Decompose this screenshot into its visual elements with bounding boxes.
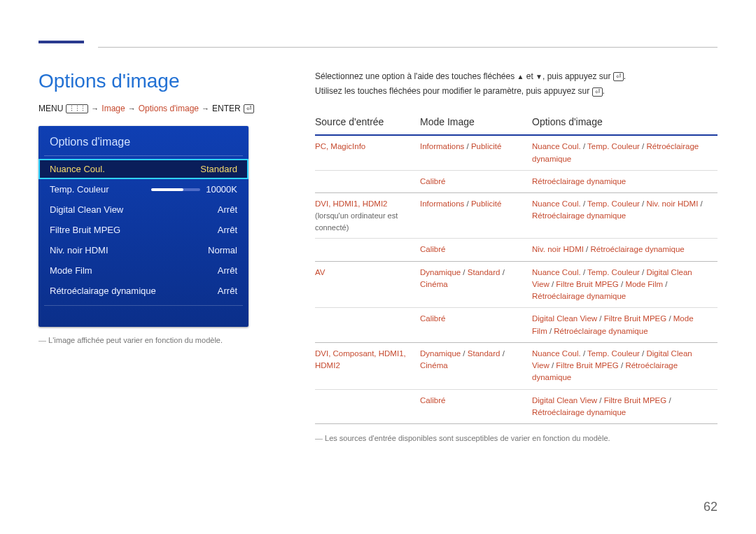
cell-mode: Calibré <box>420 389 532 424</box>
osd-panel: Options d'image Nuance Coul.StandardTemp… <box>38 126 248 327</box>
instruction-line-1: Sélectionnez une option à l'aide des tou… <box>315 70 718 83</box>
cell-source: PC, MagicInfo <box>315 135 420 170</box>
up-arrow-icon <box>517 71 524 81</box>
table-row: PC, MagicInfoInformations / PublicitéNua… <box>315 135 718 170</box>
cell-mode: Dynamique / Standard / Cinéma <box>420 342 532 389</box>
arrow-icon: → <box>91 104 99 113</box>
cell-options: Niv. noir HDMI / Rétroéclairage dynamiqu… <box>532 239 718 261</box>
breadcrumb-image: Image <box>102 104 125 113</box>
cell-source <box>315 389 420 424</box>
osd-row-label: Rétroéclairage dynamique <box>50 286 156 296</box>
cell-options: Rétroéclairage dynamique <box>532 170 718 192</box>
osd-divider <box>44 305 243 306</box>
breadcrumb-enter-label: ENTER <box>212 104 241 113</box>
cell-options: Nuance Coul. / Temp. Couleur / Digital C… <box>532 342 718 389</box>
table-row: CalibréDigital Clean View / Filtre Bruit… <box>315 308 718 343</box>
arrow-icon: → <box>128 104 136 113</box>
table-row: AVDynamique / Standard / CinémaNuance Co… <box>315 261 718 308</box>
osd-row-label: Niv. noir HDMI <box>50 245 108 255</box>
enter-icon <box>613 72 624 81</box>
osd-divider <box>44 155 243 156</box>
cell-mode: Informations / Publicité <box>420 193 532 239</box>
osd-row[interactable]: Niv. noir HDMINormal <box>38 240 248 260</box>
enter-icon <box>244 104 254 113</box>
osd-row[interactable]: Filtre Bruit MPEGArrêt <box>38 220 248 240</box>
cell-source <box>315 308 420 343</box>
menu-icon <box>66 104 88 113</box>
table-row: CalibréNiv. noir HDMI / Rétroéclairage d… <box>315 239 718 261</box>
header-mode: Mode Image <box>420 111 532 135</box>
cell-mode: Calibré <box>420 170 532 192</box>
osd-row-value: Arrêt <box>218 204 237 215</box>
osd-row-value: 10000K <box>206 184 237 195</box>
osd-note: L'image affichée peut varier en fonction… <box>38 336 223 344</box>
cell-options: Nuance Coul. / Temp. Couleur / Niv. noir… <box>532 193 718 239</box>
osd-row[interactable]: Nuance Coul.Standard <box>38 159 248 179</box>
osd-row-value: Arrêt <box>218 286 237 296</box>
cell-source <box>315 170 420 192</box>
instruction-line-2: Utilisez les touches fléchées pour modif… <box>315 85 718 98</box>
osd-row-value: Normal <box>208 245 237 255</box>
breadcrumb-options: Options d'image <box>139 104 199 113</box>
table-row: CalibréRétroéclairage dynamique <box>315 170 718 192</box>
page-number: 62 <box>704 500 718 514</box>
accent-bar <box>38 41 84 43</box>
table-row: DVI, HDMI1, HDMI2(lorsqu'un ordinateur e… <box>315 193 718 239</box>
options-table: Source d'entrée Mode Image Options d'ima… <box>315 111 718 424</box>
cell-source: AV <box>315 261 420 308</box>
cell-options: Digital Clean View / Filtre Bruit MPEG /… <box>532 308 718 343</box>
osd-row-label: Nuance Coul. <box>50 164 105 174</box>
down-arrow-icon <box>536 71 542 81</box>
osd-row-label: Digital Clean View <box>50 204 123 215</box>
osd-row[interactable]: Temp. Couleur10000K <box>38 179 248 199</box>
osd-row[interactable]: Rétroéclairage dynamiqueArrêt <box>38 281 248 301</box>
breadcrumb-menu-label: MENU <box>38 104 63 113</box>
top-divider <box>98 47 718 48</box>
cell-mode: Informations / Publicité <box>420 135 532 170</box>
cell-options: Nuance Coul. / Temp. Couleur / Rétroécla… <box>532 135 718 170</box>
arrow-icon: → <box>202 104 209 113</box>
header-source: Source d'entrée <box>315 111 420 135</box>
cell-options: Digital Clean View / Filtre Bruit MPEG /… <box>532 389 718 424</box>
cell-mode: Dynamique / Standard / Cinéma <box>420 261 532 308</box>
osd-row-value: Arrêt <box>218 225 237 235</box>
breadcrumb: MENU → Image → Options d'image → ENTER <box>38 104 254 113</box>
table-row: DVI, Composant, HDMI1, HDMI2Dynamique / … <box>315 342 718 389</box>
osd-row-label: Temp. Couleur <box>50 184 109 195</box>
osd-row-value: Arrêt <box>218 265 237 276</box>
cell-source: DVI, Composant, HDMI1, HDMI2 <box>315 342 420 389</box>
osd-title: Options d'image <box>38 126 248 155</box>
cell-mode: Calibré <box>420 308 532 343</box>
osd-slider[interactable] <box>151 188 200 191</box>
table-footnote: Les sources d'entrée disponibles sont su… <box>315 434 718 442</box>
osd-row-label: Filtre Bruit MPEG <box>50 225 120 235</box>
osd-row-label: Mode Film <box>50 265 92 276</box>
osd-row[interactable]: Mode FilmArrêt <box>38 260 248 281</box>
page-title: Options d'image <box>38 70 179 92</box>
enter-icon <box>592 87 603 97</box>
header-options: Options d'image <box>532 111 718 135</box>
table-row: CalibréDigital Clean View / Filtre Bruit… <box>315 389 718 424</box>
cell-source: DVI, HDMI1, HDMI2(lorsqu'un ordinateur e… <box>315 193 420 239</box>
osd-row-value: Standard <box>200 164 237 174</box>
cell-source <box>315 239 420 261</box>
osd-row[interactable]: Digital Clean ViewArrêt <box>38 199 248 220</box>
cell-options: Nuance Coul. / Temp. Couleur / Digital C… <box>532 261 718 308</box>
cell-mode: Calibré <box>420 239 532 261</box>
